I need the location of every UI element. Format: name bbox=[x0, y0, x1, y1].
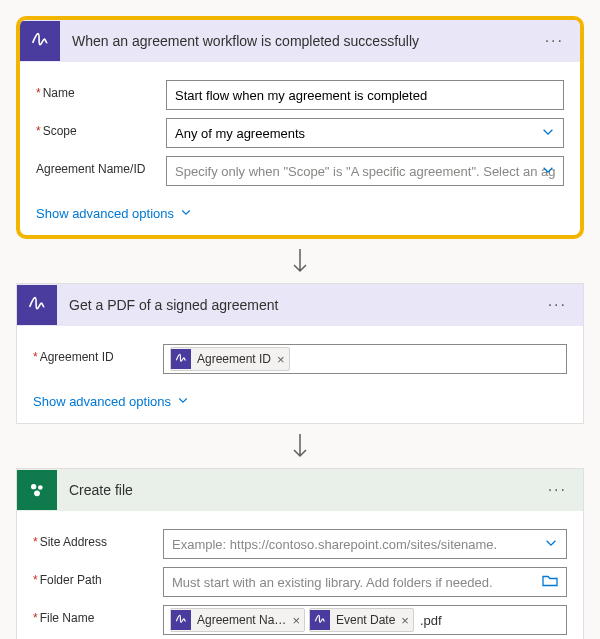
token-agreement-id[interactable]: Agreement ID × bbox=[170, 347, 290, 371]
card-menu-button[interactable]: ··· bbox=[542, 292, 573, 318]
adobe-sign-icon bbox=[20, 21, 60, 61]
token-label: Agreement ID bbox=[197, 352, 271, 366]
adobe-sign-icon bbox=[310, 610, 330, 630]
scope-field[interactable] bbox=[166, 118, 564, 148]
name-label: Name bbox=[36, 80, 166, 100]
card-title: Get a PDF of a signed agreement bbox=[57, 297, 542, 313]
name-input[interactable] bbox=[173, 87, 557, 104]
card-body: Name Scope Agreement Name/ID bbox=[20, 62, 580, 235]
agreement-id-field[interactable]: Agreement ID × bbox=[163, 344, 567, 374]
svg-point-1 bbox=[38, 485, 43, 490]
name-field[interactable] bbox=[166, 80, 564, 110]
show-advanced-toggle[interactable]: Show advanced options bbox=[33, 394, 189, 409]
svg-point-0 bbox=[31, 484, 36, 489]
folder-path-label: Folder Path bbox=[33, 567, 163, 587]
site-address-input[interactable] bbox=[170, 536, 560, 553]
folder-picker-icon[interactable] bbox=[542, 574, 558, 591]
token-remove-icon[interactable]: × bbox=[292, 613, 300, 628]
file-name-label: File Name bbox=[33, 605, 163, 625]
flow-connector bbox=[16, 239, 584, 283]
card-header[interactable]: When an agreement workflow is completed … bbox=[20, 20, 580, 62]
create-file-card: Create file ··· Site Address Folder Path… bbox=[16, 468, 584, 639]
agreement-id-label: Agreement Name/ID bbox=[36, 156, 166, 176]
card-title: Create file bbox=[57, 482, 542, 498]
agreement-id-label: Agreement ID bbox=[33, 344, 163, 364]
chevron-down-icon bbox=[180, 206, 192, 221]
card-body: Agreement ID Agreement ID × Show advance… bbox=[17, 326, 583, 423]
scope-label: Scope bbox=[36, 118, 166, 138]
token-label: Event Date bbox=[336, 613, 395, 627]
arrow-down-icon bbox=[290, 432, 310, 460]
card-header[interactable]: Create file ··· bbox=[17, 469, 583, 511]
advanced-label: Show advanced options bbox=[36, 206, 174, 221]
token-remove-icon[interactable]: × bbox=[277, 352, 285, 367]
filename-suffix: .pdf bbox=[418, 613, 444, 628]
scope-input[interactable] bbox=[173, 125, 557, 142]
token-agreement-name[interactable]: Agreement Na… × bbox=[170, 608, 305, 632]
card-body: Site Address Folder Path File Name bbox=[17, 511, 583, 639]
site-address-label: Site Address bbox=[33, 529, 163, 549]
flow-connector bbox=[16, 424, 584, 468]
svg-point-2 bbox=[34, 490, 40, 496]
advanced-label: Show advanced options bbox=[33, 394, 171, 409]
sharepoint-icon bbox=[17, 470, 57, 510]
agreement-id-field[interactable] bbox=[166, 156, 564, 186]
card-header[interactable]: Get a PDF of a signed agreement ··· bbox=[17, 284, 583, 326]
card-menu-button[interactable]: ··· bbox=[539, 28, 570, 54]
trigger-card: When an agreement workflow is completed … bbox=[16, 16, 584, 239]
folder-path-input[interactable] bbox=[170, 574, 560, 591]
card-title: When an agreement workflow is completed … bbox=[60, 33, 539, 49]
chevron-down-icon bbox=[177, 394, 189, 409]
site-address-field[interactable] bbox=[163, 529, 567, 559]
adobe-sign-icon bbox=[171, 610, 191, 630]
adobe-sign-icon bbox=[171, 349, 191, 369]
token-remove-icon[interactable]: × bbox=[401, 613, 409, 628]
show-advanced-toggle[interactable]: Show advanced options bbox=[36, 206, 192, 221]
arrow-down-icon bbox=[290, 247, 310, 275]
token-event-date[interactable]: Event Date × bbox=[309, 608, 414, 632]
file-name-field[interactable]: Agreement Na… × Event Date × .pdf bbox=[163, 605, 567, 635]
adobe-sign-icon bbox=[17, 285, 57, 325]
card-menu-button[interactable]: ··· bbox=[542, 477, 573, 503]
folder-path-field[interactable] bbox=[163, 567, 567, 597]
agreement-id-input[interactable] bbox=[173, 163, 557, 180]
get-pdf-card: Get a PDF of a signed agreement ··· Agre… bbox=[16, 283, 584, 424]
token-label: Agreement Na… bbox=[197, 613, 286, 627]
